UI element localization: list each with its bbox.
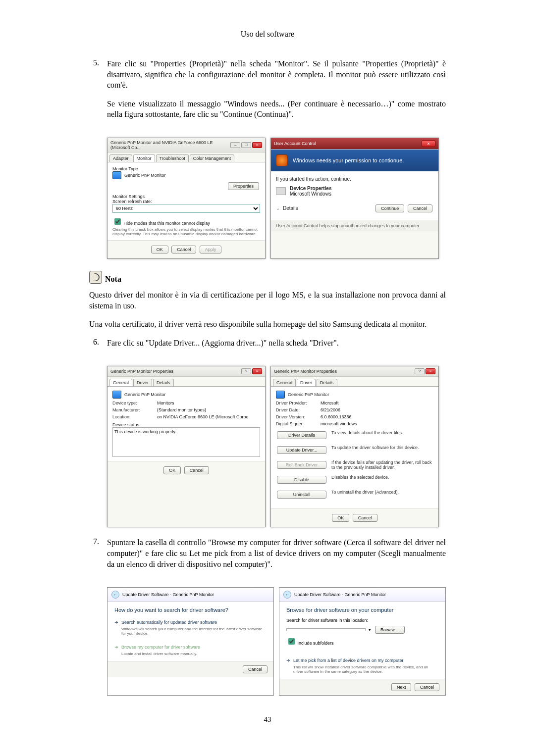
monitor-icon xyxy=(112,391,121,399)
option-search-auto[interactable]: ➜ Search automatically for updated drive… xyxy=(114,618,267,627)
digital-signer-label: Digital Signer: xyxy=(276,421,321,426)
path-label: Search for driver software in this locat… xyxy=(286,618,438,623)
note-label: Nota xyxy=(105,275,121,284)
driver-version-value: 6.0.6000.16386 xyxy=(321,414,352,419)
help-button[interactable]: ? xyxy=(241,368,251,374)
properties-driver-dialog: Generic PnP Monitor Properties ? × Gener… xyxy=(270,366,439,527)
cancel-button[interactable]: Cancel xyxy=(415,683,439,691)
option-search-auto-desc: Windows will search your computer and th… xyxy=(121,627,267,636)
shield-icon xyxy=(276,154,288,166)
arrow-icon: ➜ xyxy=(114,620,118,625)
tab-color-management[interactable]: Color Management xyxy=(190,154,235,162)
close-button[interactable]: × xyxy=(426,368,435,374)
driver-wizard-search: ← Update Driver Software - Generic PnP M… xyxy=(107,587,274,696)
tab-adapter[interactable]: Adapter xyxy=(109,154,132,162)
refresh-rate-select[interactable]: 60 Hertz xyxy=(112,204,260,213)
wizard-heading: How do you want to search for driver sof… xyxy=(114,607,267,613)
step-5-text-1: Fare clic su "Properties (Proprietà)" ne… xyxy=(107,58,446,91)
note-text-1: Questo driver del monitor è in via di ce… xyxy=(89,290,446,311)
location-value: on NVIDIA GeForce 6600 LE (Microsoft Cor… xyxy=(157,414,249,419)
device-type-label: Device type: xyxy=(112,401,157,405)
browse-button[interactable]: Browse... xyxy=(375,626,405,634)
hide-modes-checkbox[interactable] xyxy=(114,218,121,225)
device-status-heading: Device status xyxy=(112,422,260,427)
monitor-settings-heading: Monitor Settings xyxy=(112,194,260,199)
cancel-button[interactable]: Cancel xyxy=(171,246,196,253)
wizard-breadcrumb: Update Driver Software - Generic PnP Mon… xyxy=(122,592,214,597)
device-name: Generic PnP Monitor xyxy=(124,392,165,397)
ok-button[interactable]: OK xyxy=(332,514,349,522)
page-title: Uso del software xyxy=(89,30,446,39)
close-button[interactable]: × xyxy=(422,140,435,147)
dropdown-icon[interactable]: ▾ xyxy=(369,627,371,632)
uninstall-desc: To uninstall the driver (Advanced). xyxy=(331,490,433,495)
driver-wizard-browse: ← Update Driver Software - Generic PnP M… xyxy=(279,587,446,696)
tab-details[interactable]: Details xyxy=(153,379,174,386)
apply-button[interactable]: Apply xyxy=(200,246,222,253)
minimize-button[interactable]: – xyxy=(230,142,240,148)
program-icon xyxy=(276,187,286,195)
monitor-icon xyxy=(276,391,285,399)
driver-details-desc: To view details about the driver files. xyxy=(331,430,433,435)
ok-button[interactable]: OK xyxy=(151,246,168,253)
driver-provider-label: Driver Provider: xyxy=(276,401,321,405)
dialog-title: Generic PnP Monitor Properties xyxy=(110,369,173,374)
back-icon[interactable]: ← xyxy=(283,591,291,599)
disable-button[interactable]: Disable xyxy=(277,476,326,484)
dialog-title: Generic PnP Monitor Properties xyxy=(274,369,337,374)
tab-details[interactable]: Details xyxy=(317,379,337,386)
roll-back-driver-desc: If the device fails after updating the d… xyxy=(331,460,433,470)
tab-general[interactable]: General xyxy=(109,379,132,386)
properties-general-dialog: Generic PnP Monitor Properties ? × Gener… xyxy=(107,366,266,527)
cancel-button[interactable]: Cancel xyxy=(243,665,268,673)
tab-troubleshoot[interactable]: Troubleshoot xyxy=(156,154,189,162)
driver-date-value: 6/21/2006 xyxy=(321,407,340,412)
cancel-button[interactable]: Cancel xyxy=(184,466,209,474)
maximize-button[interactable]: □ xyxy=(241,142,251,148)
cancel-button[interactable]: Cancel xyxy=(408,204,432,212)
uninstall-button[interactable]: Uninstall xyxy=(277,491,326,499)
properties-button[interactable]: Properties xyxy=(228,182,259,190)
details-toggle[interactable]: Details xyxy=(283,205,298,211)
ok-button[interactable]: OK xyxy=(163,466,181,474)
step-5-number: 5. xyxy=(89,58,107,128)
tab-general[interactable]: General xyxy=(273,379,296,386)
tab-driver[interactable]: Driver xyxy=(133,379,152,386)
help-button[interactable]: ? xyxy=(415,368,425,374)
next-button[interactable]: Next xyxy=(391,683,412,691)
include-subfolders-checkbox[interactable] xyxy=(288,638,295,645)
uac-dialog: User Account Control × Windows needs you… xyxy=(270,138,439,259)
hide-modes-label: Hide modes that this monitor cannot disp… xyxy=(124,221,211,226)
path-input[interactable] xyxy=(286,628,366,631)
driver-details-button[interactable]: Driver Details xyxy=(277,431,326,439)
manufacturer-value: (Standard monitor types) xyxy=(157,407,206,412)
driver-provider-value: Microsoft xyxy=(321,401,339,405)
close-button[interactable]: × xyxy=(252,142,262,148)
option-let-me-pick[interactable]: ➜ Let me pick from a list of device driv… xyxy=(286,656,438,665)
location-label: Location: xyxy=(112,414,157,419)
device-status-text: This device is working properly. xyxy=(112,427,260,457)
wizard-breadcrumb: Update Driver Software - Generic PnP Mon… xyxy=(294,592,386,597)
option-let-me-pick-desc: This list will show installed driver sof… xyxy=(293,665,438,674)
back-icon[interactable]: ← xyxy=(111,591,119,599)
cancel-button[interactable]: Cancel xyxy=(353,514,377,522)
monitor-settings-dialog: Generic PnP Monitor and NVIDIA GeForce 6… xyxy=(107,138,266,259)
uac-started-text: If you started this action, continue. xyxy=(276,176,433,182)
arrow-icon: ➜ xyxy=(286,658,290,663)
step-6-text-1: Fare clic su "Update Driver... (Aggiorna… xyxy=(107,338,339,349)
device-type-value: Monitors xyxy=(157,401,174,405)
tab-driver[interactable]: Driver xyxy=(297,379,316,386)
tab-monitor[interactable]: Monitor xyxy=(133,154,155,162)
close-button[interactable]: × xyxy=(252,368,262,374)
update-driver-button[interactable]: Update Driver... xyxy=(277,446,326,454)
roll-back-driver-button[interactable]: Roll Back Driver xyxy=(277,461,326,469)
option-browse-computer[interactable]: ➜ Browse my computer for driver software xyxy=(114,643,267,652)
step-7-text-1: Spuntare la casella di controllo "Browse… xyxy=(107,537,446,569)
uac-title: User Account Control xyxy=(274,141,316,146)
arrow-icon: ➜ xyxy=(114,645,118,650)
chevron-down-icon[interactable]: ⌄ xyxy=(276,205,280,211)
continue-button[interactable]: Continue xyxy=(375,204,404,212)
driver-date-label: Driver Date: xyxy=(276,407,321,412)
uac-item-title: Device Properties xyxy=(290,186,332,191)
wizard-heading: Browse for driver software on your compu… xyxy=(286,607,438,613)
